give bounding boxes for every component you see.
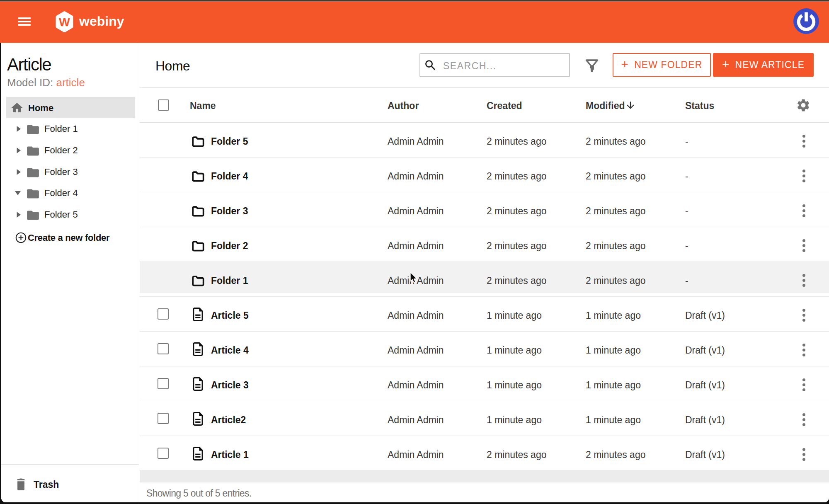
svg-text:W: W	[59, 16, 70, 29]
